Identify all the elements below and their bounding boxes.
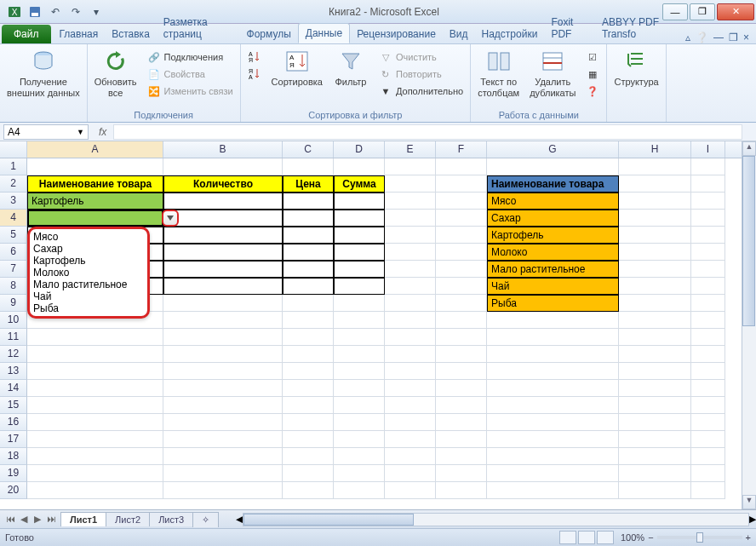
cell[interactable] [691, 465, 725, 482]
cell[interactable] [163, 312, 283, 329]
row-header[interactable]: 16 [0, 414, 27, 431]
cell[interactable] [163, 193, 283, 210]
col-header-B[interactable]: B [163, 141, 283, 158]
cell[interactable] [619, 414, 691, 431]
tab-review[interactable]: Рецензирование [350, 25, 443, 43]
cell[interactable] [385, 261, 436, 278]
cell[interactable] [27, 465, 163, 482]
consolidate-button[interactable]: ▦ [582, 66, 603, 82]
cell[interactable] [283, 329, 334, 346]
cell[interactable] [385, 397, 436, 414]
list-item[interactable]: Рыба [33, 302, 127, 314]
cell[interactable] [436, 363, 487, 380]
cell[interactable] [385, 363, 436, 380]
cell[interactable] [619, 346, 691, 363]
cell[interactable] [691, 397, 725, 414]
cell[interactable] [163, 414, 283, 431]
reapply-button[interactable]: ↻Повторить [375, 66, 467, 82]
cell[interactable] [163, 329, 283, 346]
edit-links-button[interactable]: 🔀Изменить связи [144, 83, 237, 99]
cell[interactable] [385, 175, 436, 193]
cell[interactable] [385, 448, 436, 465]
cell[interactable] [619, 431, 691, 448]
mdi-restore-icon[interactable]: ❐ [729, 32, 738, 43]
cell[interactable] [436, 175, 487, 193]
tab-addins[interactable]: Надстройки [475, 25, 545, 43]
cell[interactable] [385, 346, 436, 363]
cell[interactable] [436, 397, 487, 414]
cell[interactable] [691, 414, 725, 431]
cell[interactable] [487, 431, 619, 448]
sort-asc-button[interactable]: АЯ [244, 49, 265, 65]
cell[interactable] [385, 295, 436, 312]
cell[interactable] [163, 261, 283, 278]
cell[interactable] [163, 448, 283, 465]
vertical-scrollbar[interactable]: ▲ ▼ [742, 141, 756, 509]
cell[interactable] [385, 210, 436, 227]
file-tab[interactable]: Файл [2, 25, 51, 43]
tab-formulas[interactable]: Формулы [240, 25, 298, 43]
cell[interactable] [436, 431, 487, 448]
cell[interactable] [283, 363, 334, 380]
cell[interactable] [487, 465, 619, 482]
list-item[interactable]: Мясо [33, 231, 127, 243]
row-header[interactable]: 7 [0, 261, 27, 278]
cell[interactable] [27, 431, 163, 448]
cell[interactable] [163, 380, 283, 397]
row-header[interactable]: 6 [0, 244, 27, 261]
cell[interactable] [436, 210, 487, 227]
cell[interactable] [385, 158, 436, 175]
cell[interactable] [436, 193, 487, 210]
sheet-tab[interactable]: Лист2 [106, 512, 150, 526]
cell[interactable] [334, 482, 385, 499]
row-header[interactable]: 5 [0, 227, 27, 244]
cell[interactable] [385, 380, 436, 397]
cell[interactable] [619, 397, 691, 414]
cell[interactable] [27, 380, 163, 397]
cell[interactable] [436, 329, 487, 346]
cell[interactable]: Мясо [487, 193, 619, 210]
cell[interactable]: Картофель [487, 227, 619, 244]
zoom-in-icon[interactable]: + [746, 532, 751, 543]
sheet-nav-last-icon[interactable]: ⏭ [44, 514, 58, 525]
col-header-D[interactable]: D [334, 141, 385, 158]
list-item[interactable]: Чай [33, 290, 127, 302]
cell[interactable] [163, 278, 283, 295]
get-external-data-button[interactable]: Получение внешних данных [3, 46, 83, 100]
scroll-up-icon[interactable]: ▲ [742, 141, 756, 156]
scroll-right-icon[interactable]: ▶ [749, 514, 756, 525]
refresh-all-button[interactable]: Обновить все [91, 46, 140, 100]
cell[interactable] [619, 210, 691, 227]
cell[interactable] [283, 261, 334, 278]
cell[interactable] [619, 158, 691, 175]
cell[interactable] [27, 397, 163, 414]
row-header[interactable]: 8 [0, 278, 27, 295]
row-header[interactable]: 19 [0, 465, 27, 482]
row-header[interactable]: 2 [0, 175, 27, 193]
cell[interactable] [487, 346, 619, 363]
cell[interactable] [334, 363, 385, 380]
help-icon[interactable]: ❔ [696, 32, 708, 43]
cell[interactable] [283, 193, 334, 210]
cell[interactable] [385, 312, 436, 329]
cell[interactable]: Мало растительное [487, 261, 619, 278]
cell[interactable] [619, 363, 691, 380]
spreadsheet-grid[interactable]: A B C D E F G H I 12Наименование товараК… [0, 141, 756, 509]
cell[interactable] [487, 380, 619, 397]
col-header-H[interactable]: H [619, 141, 691, 158]
tab-view[interactable]: Вид [443, 25, 475, 43]
cell[interactable] [163, 244, 283, 261]
cell[interactable] [691, 244, 725, 261]
cell[interactable] [691, 346, 725, 363]
cell[interactable] [691, 210, 725, 227]
cell[interactable] [283, 312, 334, 329]
cell[interactable] [436, 312, 487, 329]
tab-foxit[interactable]: Foxit PDF [544, 13, 595, 43]
zoom-out-icon[interactable]: − [648, 532, 653, 543]
redo-icon[interactable]: ↷ [66, 3, 85, 20]
cell[interactable] [334, 465, 385, 482]
cell[interactable] [619, 261, 691, 278]
tab-abbyy[interactable]: ABBYY PDF Transfo [595, 13, 685, 43]
normal-view-button[interactable] [559, 531, 576, 544]
cell[interactable] [691, 363, 725, 380]
